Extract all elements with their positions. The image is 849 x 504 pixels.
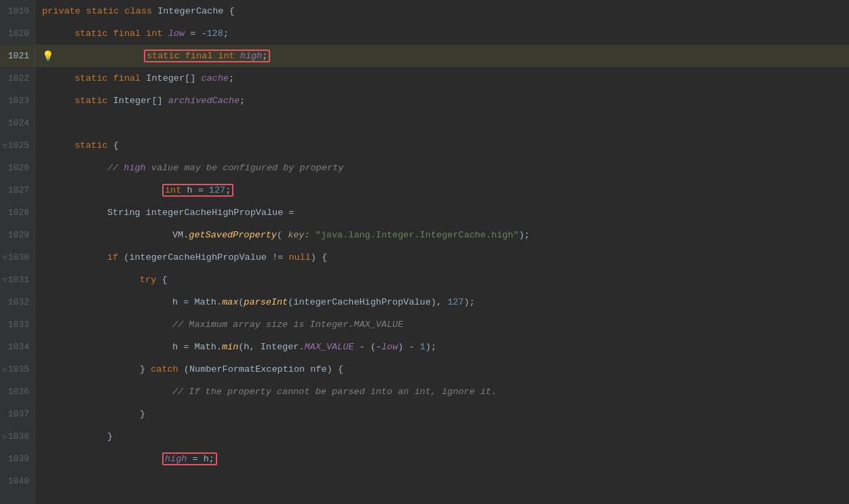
code-line-1027: int h = 127; [35,179,849,201]
line-num: 1032 [8,297,29,307]
code-line-1036: // If the property cannot be parsed into… [35,381,849,403]
gutter-1039: 1039 [0,448,35,470]
line-code: private static class IntegerCache { [42,6,235,16]
code-editor: 1019 1020 1021 1022 1023 1024 ▽ 1025 102… [0,0,849,504]
line-code: if (integerCacheHighPropValue != null) { [42,252,327,263]
code-line-1034: h = Math.min(h, Integer.MAX_VALUE - (-lo… [35,336,849,358]
highlight-box-1039: high = h; [162,452,217,465]
line-num: 1034 [8,342,29,352]
line-num: 1026 [8,163,29,173]
line-num: 1022 [8,73,29,83]
gutter-1028: 1028 [0,201,35,224]
line-code: String integerCacheHighPropValue = [42,208,294,218]
line-num: 1025 [8,140,29,151]
gutter-1022: 1022 [0,67,35,90]
gutter-1035: ▷ 1035 [0,358,35,381]
gutter-1032: 1032 [0,291,35,313]
gutter-1037: 1037 [0,403,35,425]
line-num: 1039 [8,454,29,464]
line-num: 1020 [8,28,29,39]
line-num: 1021 [8,51,29,61]
code-area: 1019 1020 1021 1022 1023 1024 ▽ 1025 102… [0,0,849,504]
gutter-1021: 1021 [0,45,35,67]
highlight-box-1021: static final int high; [144,50,270,62]
gutter-1024: 1024 [0,112,35,134]
fold-icon-1030[interactable]: ▽ [3,253,7,262]
fold-icon-1025[interactable]: ▽ [3,141,7,150]
code-line-1021: 💡 static final int high; [35,45,849,67]
line-num: 1037 [8,409,29,419]
line-num: 1024 [8,118,29,128]
gutter-1036: 1036 [0,381,35,403]
line-code: // If the property cannot be parsed into… [42,387,497,397]
line-numbers: 1019 1020 1021 1022 1023 1024 ▽ 1025 102… [0,0,35,504]
gutter-1023: 1023 [0,90,35,112]
line-num: 1035 [8,364,29,374]
code-line-1033: // Maximum array size is Integer.MAX_VAL… [35,313,849,336]
code-line-1039: high = h; [35,448,849,470]
fold-icon-1035[interactable]: ▷ [3,365,7,374]
fold-icon-1038[interactable]: ▷ [3,432,7,441]
line-num: 1019 [8,6,29,16]
line-num: 1033 [8,319,29,330]
line-code: } [42,431,113,442]
line-code: static final int low = -128; [42,28,229,39]
gutter-1031: ▽ 1031 [0,269,35,291]
gutter-1020: 1020 [0,22,35,45]
line-num: 1028 [8,208,29,218]
line-code: h = Math.max(parseInt(integerCacheHighPr… [42,297,475,307]
gutter-1029: 1029 [0,224,35,246]
line-num: 1038 [8,431,29,442]
line-num: 1030 [8,252,29,263]
gutter-1034: 1034 [0,336,35,358]
line-code: h = Math.min(h, Integer.MAX_VALUE - (-lo… [42,342,436,352]
code-line-1037: } [35,403,849,425]
code-line-1032: h = Math.max(parseInt(integerCacheHighPr… [35,291,849,313]
code-line-1028: String integerCacheHighPropValue = [35,201,849,224]
line-code: static Integer[] archivedCache; [42,96,245,106]
line-code: static final Integer[] cache; [42,73,234,83]
code-line-1031: try { [35,269,849,291]
code-line-1019: private static class IntegerCache { [35,0,849,22]
gutter-1040: 1040 [0,470,35,492]
hint-bulb-icon[interactable]: 💡 [42,50,54,62]
code-line-1024 [35,112,849,134]
line-code: // Maximum array size is Integer.MAX_VAL… [42,319,403,330]
line-num: 1027 [8,185,29,195]
code-line-1023: static Integer[] archivedCache; [35,90,849,112]
line-code: try { [42,275,168,285]
gutter-1025: ▽ 1025 [0,134,35,157]
line-num: 1031 [8,275,29,285]
code-lines[interactable]: private static class IntegerCache { stat… [35,0,849,504]
gutter-1038: ▷ 1038 [0,425,35,448]
line-num: 1023 [8,96,29,106]
gutter-1019: 1019 [0,0,35,22]
code-line-1025: static { [35,134,849,157]
gutter-1026: 1026 [0,157,35,179]
line-code: static { [42,140,119,151]
line-num: 1036 [8,387,29,397]
line-num: 1029 [8,230,29,240]
code-line-1035: } catch (NumberFormatException nfe) { [35,358,849,381]
gutter-1030: ▽ 1030 [0,246,35,269]
code-line-1030: if (integerCacheHighPropValue != null) { [35,246,849,269]
line-code: } catch (NumberFormatException nfe) { [42,364,343,374]
line-code: VM.getSavedProperty( key: "java.lang.Int… [42,230,530,240]
fold-icon-1031[interactable]: ▽ [3,275,7,284]
gutter-1027: 1027 [0,179,35,201]
highlight-box-1027: int h = 127; [162,184,233,197]
code-line-1022: static final Integer[] cache; [35,67,849,90]
code-line-1040 [35,470,849,492]
line-code: } [42,409,145,419]
line-code: // high value may be configured by prope… [42,163,343,173]
line-num: 1040 [8,476,29,486]
code-line-1029: VM.getSavedProperty( key: "java.lang.Int… [35,224,849,246]
gutter-1033: 1033 [0,313,35,336]
